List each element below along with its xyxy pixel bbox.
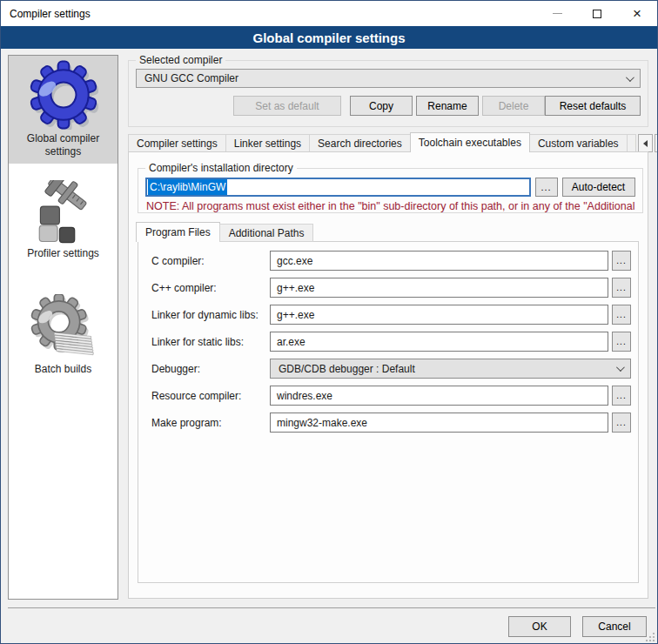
compiler-select-value: GNU GCC Compiler	[144, 72, 626, 84]
compiler-select[interactable]: GNU GCC Compiler	[136, 69, 641, 88]
close-button[interactable]: ×	[617, 1, 657, 26]
program-row-make-program: Make program: mingw32-make.exe ...	[151, 413, 631, 433]
field-value: ar.exe	[277, 336, 306, 348]
sidebar-item-label: Profiler settings	[27, 247, 99, 260]
program-row-c-compiler: C compiler: gcc.exe ...	[151, 251, 631, 271]
minimize-button[interactable]	[537, 1, 577, 26]
chevron-down-icon	[626, 73, 634, 82]
tab-custom-variables[interactable]: Custom variables	[529, 134, 628, 152]
field-value: gcc.exe	[277, 255, 312, 267]
selected-compiler-group: Selected compiler GNU GCC Compiler Set a…	[128, 54, 648, 127]
minimize-icon	[553, 13, 562, 14]
footer-divider	[8, 607, 655, 608]
selected-compiler-legend: Selected compiler	[136, 54, 225, 66]
row-label: Linker for static libs:	[151, 336, 270, 348]
tab-compiler-settings[interactable]: Compiler settings	[128, 134, 226, 152]
auto-detect-button[interactable]: Auto-detect	[562, 178, 635, 197]
browse-linker-static-button[interactable]: ...	[612, 332, 631, 352]
program-subtabs: Program Files Additional Paths	[136, 222, 648, 242]
program-row-cpp-compiler: C++ compiler: g++.exe ...	[151, 278, 631, 298]
browse-resource-compiler-button[interactable]: ...	[612, 386, 631, 406]
resource-compiler-input[interactable]: windres.exe	[270, 386, 608, 406]
program-row-linker-dynamic: Linker for dynamic libs: g++.exe ...	[151, 305, 631, 325]
row-label: Make program:	[151, 417, 270, 429]
maximize-button[interactable]	[577, 1, 617, 26]
cancel-button[interactable]: Cancel	[582, 616, 647, 637]
gray-gear-stack-icon	[30, 294, 97, 360]
program-row-linker-static: Linker for static libs: ar.exe ...	[151, 332, 631, 352]
subtab-additional-paths[interactable]: Additional Paths	[219, 224, 314, 242]
toolchain-executables-panel: Compiler's installation directory C:\ray…	[128, 151, 648, 599]
linker-static-input[interactable]: ar.exe	[270, 332, 608, 352]
tab-scroll-arrows	[636, 134, 658, 152]
sidebar-item-profiler-settings[interactable]: Profiler settings	[9, 176, 118, 265]
browse-directory-button[interactable]: ...	[535, 178, 558, 197]
settings-category-sidebar: Global compiler settings Pr	[8, 55, 118, 600]
reset-defaults-button[interactable]: Reset defaults	[545, 96, 641, 116]
rename-button[interactable]: Rename	[416, 96, 479, 116]
settings-content: Selected compiler GNU GCC Compiler Set a…	[123, 49, 650, 643]
blue-gear-icon	[29, 60, 98, 130]
debugger-select-value: GDB/CDB debugger : Default	[279, 363, 616, 375]
resize-grip[interactable]	[646, 632, 655, 641]
debugger-select[interactable]: GDB/CDB debugger : Default	[270, 359, 631, 379]
sidebar-item-label: Global compiler settings	[10, 132, 116, 158]
field-value: windres.exe	[277, 390, 332, 402]
sidebar-item-label: Batch builds	[35, 363, 91, 376]
close-icon: ×	[633, 6, 641, 21]
sidebar-item-global-compiler-settings[interactable]: Global compiler settings	[9, 56, 118, 164]
titlebar: Compiler settings ×	[1, 1, 657, 26]
browse-c-compiler-button[interactable]: ...	[612, 251, 631, 271]
field-value: g++.exe	[277, 282, 314, 294]
ok-button[interactable]: OK	[508, 616, 571, 637]
set-as-default-button: Set as default	[233, 96, 341, 116]
installation-directory-legend: Compiler's installation directory	[145, 162, 297, 174]
field-value: g++.exe	[277, 309, 314, 321]
browse-cpp-compiler-button[interactable]: ...	[612, 278, 631, 298]
maximize-icon	[593, 10, 601, 18]
compiler-settings-dialog: Compiler settings × Global compiler sett…	[0, 0, 658, 644]
chevron-down-icon	[616, 363, 625, 372]
c-compiler-input[interactable]: gcc.exe	[270, 251, 608, 271]
installation-directory-value: C:\raylib\MinGW	[148, 179, 227, 195]
program-row-resource-compiler: Resource compiler: windres.exe ...	[151, 386, 631, 406]
make-program-input[interactable]: mingw32-make.exe	[270, 413, 608, 433]
program-files-panel: C compiler: gcc.exe ... C++ compiler: g+…	[138, 241, 639, 583]
copy-button[interactable]: Copy	[350, 96, 413, 116]
tab-linker-settings[interactable]: Linker settings	[225, 134, 310, 152]
browse-make-program-button[interactable]: ...	[612, 413, 631, 433]
dialog-body: Global compiler settings Pr	[1, 49, 657, 643]
browse-linker-dynamic-button[interactable]: ...	[612, 305, 631, 325]
installation-directory-group: Compiler's installation directory C:\ray…	[138, 162, 643, 213]
installation-directory-row: C:\raylib\MinGW ... Auto-detect	[145, 178, 635, 197]
directory-note: NOTE: All programs must exist either in …	[146, 200, 635, 212]
tab-build-options[interactable]: Build options	[627, 134, 636, 152]
program-row-debugger: Debugger: GDB/CDB debugger : Default	[151, 359, 631, 379]
delete-button: Delete	[482, 96, 545, 116]
settings-tabs: Compiler settings Linker settings Search…	[128, 132, 648, 152]
tab-search-directories[interactable]: Search directories	[309, 134, 411, 152]
compiler-buttons-row: Set as default Copy Rename Delete Reset …	[136, 96, 641, 116]
dialog-banner: Global compiler settings	[1, 26, 657, 49]
row-label: Debugger:	[151, 363, 270, 375]
caliper-blocks-icon	[31, 180, 96, 245]
linker-dynamic-input[interactable]: g++.exe	[270, 305, 608, 325]
field-value: mingw32-make.exe	[277, 417, 367, 429]
arrow-left-icon	[643, 140, 648, 147]
installation-directory-input[interactable]: C:\raylib\MinGW	[145, 178, 531, 197]
row-label: Resource compiler:	[151, 390, 270, 402]
window-title: Compiler settings	[10, 8, 91, 20]
titlebar-buttons: ×	[537, 1, 657, 26]
subtab-program-files[interactable]: Program Files	[136, 222, 220, 242]
cpp-compiler-input[interactable]: g++.exe	[270, 278, 608, 298]
tab-scroll-right-button[interactable]	[655, 134, 658, 152]
row-label: Linker for dynamic libs:	[151, 309, 270, 321]
row-label: C++ compiler:	[151, 282, 270, 294]
tab-toolchain-executables[interactable]: Toolchain executables	[410, 132, 530, 152]
sidebar-item-batch-builds[interactable]: Batch builds	[9, 290, 118, 381]
footer-buttons: OK Cancel	[508, 616, 647, 637]
tab-scroll-left-button[interactable]	[638, 134, 653, 152]
banner-title: Global compiler settings	[252, 30, 405, 45]
row-label: C compiler:	[151, 255, 270, 267]
